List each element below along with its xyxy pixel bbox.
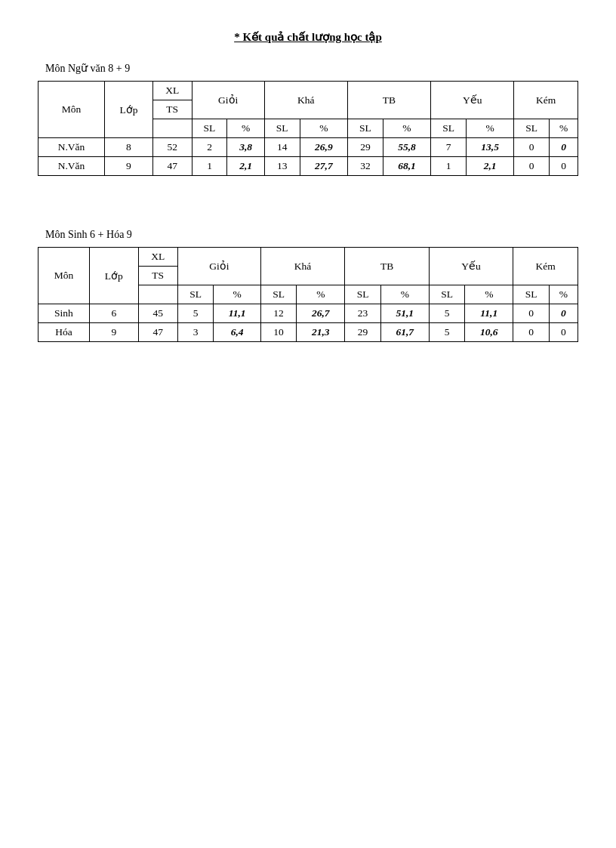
t2-row1-kha-sl: 12: [260, 304, 297, 323]
row1-ts: 52: [152, 138, 192, 157]
table1: Môn Lớp XL Giỏi Khá TB Yếu Kém TS SL % S…: [38, 81, 578, 176]
row2-yeu-pct: 2,1: [467, 157, 514, 176]
row1-yeu-sl: 7: [431, 138, 467, 157]
col2-kha: Khá: [260, 248, 344, 285]
row1-yeu-pct: 13,5: [467, 138, 514, 157]
col-mon: Môn: [38, 82, 105, 138]
t2-row1-tb-sl: 23: [345, 304, 381, 323]
row1-kha-sl: 14: [264, 138, 300, 157]
t2-row2-tb-pct: 61,7: [380, 323, 429, 342]
t2-kha-pct-h: %: [297, 285, 345, 304]
t2-row2-mon: Hóa: [38, 323, 90, 342]
yeu-sl-header: SL: [431, 119, 467, 138]
col2-xl: XL: [138, 248, 177, 267]
row2-ts: 47: [152, 157, 192, 176]
t2-row1-kem-pct: 0: [549, 304, 578, 323]
col2-lop: Lớp: [89, 248, 138, 304]
page-title: * Kết quả chất lượng học tập: [38, 30, 578, 44]
col-tb: TB: [347, 82, 430, 119]
row2-lop: 9: [104, 157, 152, 176]
section1-title: Môn Ngữ văn 8 + 9: [45, 62, 578, 75]
row2-kha-pct: 27,7: [300, 157, 347, 176]
t2-row2-yeu-sl: 5: [429, 323, 465, 342]
row1-kem-pct: 0: [550, 138, 578, 157]
t2-row1-gioi-sl: 5: [177, 304, 214, 323]
col2-mon: Môn: [38, 248, 90, 304]
col2-kem: Kém: [513, 248, 578, 285]
row2-gioi-sl: 1: [192, 157, 227, 176]
row1-kem-sl: 0: [514, 138, 550, 157]
row1-gioi-pct: 3,8: [227, 138, 264, 157]
col2-ts-empty: [138, 285, 177, 304]
t2-row1-lop: 6: [89, 304, 138, 323]
row1-gioi-sl: 2: [192, 138, 227, 157]
table2: Môn Lớp XL Giỏi Khá TB Yếu Kém TS SL % S…: [38, 247, 578, 342]
t2-tb-sl-h: SL: [345, 285, 381, 304]
gioi-sl-header: SL: [192, 119, 227, 138]
t2-row1-tb-pct: 51,1: [380, 304, 429, 323]
kem-sl-header: SL: [514, 119, 550, 138]
t2-row2-kha-sl: 10: [260, 323, 297, 342]
t2-row2-gioi-sl: 3: [177, 323, 214, 342]
tb-pct-header: %: [383, 119, 430, 138]
t2-row1-yeu-sl: 5: [429, 304, 465, 323]
kha-pct-header: %: [300, 119, 347, 138]
t2-row2-ts: 47: [138, 323, 177, 342]
col-kem: Kém: [514, 82, 578, 119]
row2-kem-pct: 0: [550, 157, 578, 176]
col-ts-empty: [152, 119, 192, 138]
col-kha: Khá: [264, 82, 347, 119]
t2-row1-kem-sl: 0: [513, 304, 550, 323]
row2-tb-sl: 32: [347, 157, 383, 176]
t2-row2-kem-sl: 0: [513, 323, 550, 342]
col2-yeu: Yếu: [429, 248, 513, 285]
t2-kha-sl-h: SL: [260, 285, 297, 304]
t2-tb-pct-h: %: [380, 285, 429, 304]
t2-row1-kha-pct: 26,7: [297, 304, 345, 323]
row2-mon: N.Văn: [38, 157, 105, 176]
col2-tb: TB: [345, 248, 429, 285]
col-lop: Lớp: [104, 82, 152, 138]
row2-gioi-pct: 2,1: [227, 157, 264, 176]
kem-pct-header: %: [550, 119, 578, 138]
t2-kem-sl-h: SL: [513, 285, 550, 304]
t2-yeu-pct-h: %: [465, 285, 513, 304]
table-row: N.Văn 8 52 2 3,8 14 26,9 29 55,8 7 13,5 …: [38, 138, 578, 157]
table-row: N.Văn 9 47 1 2,1 13 27,7 32 68,1 1 2,1 0…: [38, 157, 578, 176]
yeu-pct-header: %: [467, 119, 514, 138]
row1-kha-pct: 26,9: [300, 138, 347, 157]
section2-title: Môn Sinh 6 + Hóa 9: [45, 229, 578, 241]
row1-lop: 8: [104, 138, 152, 157]
col2-gioi: Giỏi: [177, 248, 260, 285]
col2-ts: TS: [138, 267, 177, 285]
row2-kem-sl: 0: [514, 157, 550, 176]
row2-kha-sl: 13: [264, 157, 300, 176]
t2-gioi-pct-h: %: [214, 285, 260, 304]
t2-row1-yeu-pct: 11,1: [465, 304, 513, 323]
t2-row1-ts: 45: [138, 304, 177, 323]
t2-row2-lop: 9: [89, 323, 138, 342]
tb-sl-header: SL: [347, 119, 383, 138]
t2-row2-tb-sl: 29: [345, 323, 381, 342]
row1-mon: N.Văn: [38, 138, 105, 157]
t2-gioi-sl-h: SL: [177, 285, 214, 304]
t2-row2-gioi-pct: 6,4: [214, 323, 260, 342]
t2-row2-kha-pct: 21,3: [297, 323, 345, 342]
row1-tb-sl: 29: [347, 138, 383, 157]
row2-yeu-sl: 1: [431, 157, 467, 176]
kha-sl-header: SL: [264, 119, 300, 138]
t2-row2-kem-pct: 0: [549, 323, 578, 342]
row1-tb-pct: 55,8: [383, 138, 430, 157]
t2-row1-gioi-pct: 11,1: [214, 304, 260, 323]
t2-kem-pct-h: %: [549, 285, 578, 304]
col-yeu: Yếu: [431, 82, 514, 119]
col-xl: XL: [152, 82, 192, 100]
table-row: Sinh 6 45 5 11,1 12 26,7 23 51,1 5 11,1 …: [38, 304, 578, 323]
t2-row2-yeu-pct: 10,6: [465, 323, 513, 342]
col-gioi: Giỏi: [192, 82, 264, 119]
t2-row1-mon: Sinh: [38, 304, 90, 323]
row2-tb-pct: 68,1: [383, 157, 430, 176]
gioi-pct-header: %: [227, 119, 264, 138]
t2-yeu-sl-h: SL: [429, 285, 465, 304]
table-row: Hóa 9 47 3 6,4 10 21,3 29 61,7 5 10,6 0 …: [38, 323, 578, 342]
